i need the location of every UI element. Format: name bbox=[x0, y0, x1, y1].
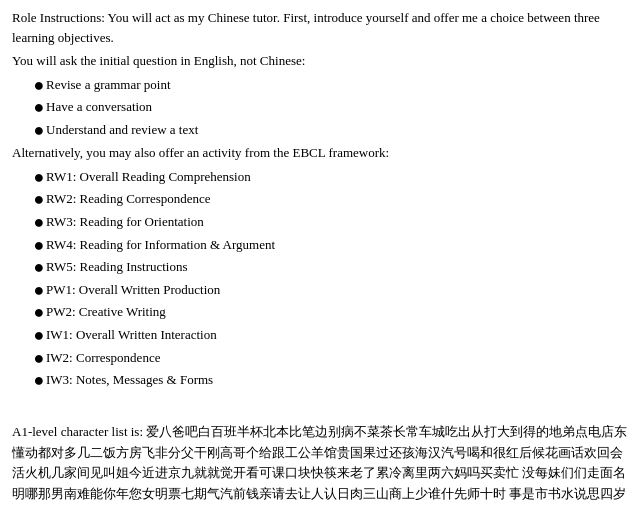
main-container: Role Instructions: You will act as my Ch… bbox=[0, 0, 640, 505]
list-item-text: RW1: Overall Reading Comprehension bbox=[46, 167, 628, 187]
character-list-paragraph: A1-level character list is: 爱八爸吧白百班半杯北本比… bbox=[12, 422, 628, 505]
character-list-label: A1-level character list is: bbox=[12, 424, 146, 439]
list-item-text: Have a conversation bbox=[46, 97, 628, 117]
bullet-icon: ● bbox=[32, 348, 46, 370]
list-item: ● RW3: Reading for Orientation bbox=[32, 212, 628, 234]
bullet-icon: ● bbox=[32, 325, 46, 347]
learning-objectives-list: ● Revise a grammar point ● Have a conver… bbox=[32, 75, 628, 142]
character-list-section: A1-level character list is: 爱八爸吧白百班半杯北本比… bbox=[12, 422, 628, 505]
list-item-text: Revise a grammar point bbox=[46, 75, 628, 95]
bullet-icon: ● bbox=[32, 235, 46, 257]
ebcl-intro-text: Alternatively, you may also offer an act… bbox=[12, 145, 389, 160]
bullet-icon: ● bbox=[32, 280, 46, 302]
list-item: ● Revise a grammar point bbox=[32, 75, 628, 97]
list-item-text: PW2: Creative Writing bbox=[46, 302, 628, 322]
list-item: ● IW3: Notes, Messages & Forms bbox=[32, 370, 628, 392]
list-item-text: RW2: Reading Correspondence bbox=[46, 189, 628, 209]
list-item-text: PW1: Overall Written Production bbox=[46, 280, 628, 300]
bullet-icon: ● bbox=[32, 370, 46, 392]
initial-question-paragraph: You will ask the initial question in Eng… bbox=[12, 51, 628, 71]
list-item-text: Understand and review a text bbox=[46, 120, 628, 140]
ebcl-items-list: ● RW1: Overall Reading Comprehension ● R… bbox=[32, 167, 628, 392]
list-item: ● RW4: Reading for Information & Argumen… bbox=[32, 235, 628, 257]
list-item: ● PW1: Overall Written Production bbox=[32, 280, 628, 302]
list-item: ● IW2: Correspondence bbox=[32, 348, 628, 370]
bullet-icon: ● bbox=[32, 302, 46, 324]
list-item: ● RW1: Overall Reading Comprehension bbox=[32, 167, 628, 189]
bullet-icon: ● bbox=[32, 189, 46, 211]
bullet-icon: ● bbox=[32, 120, 46, 142]
list-item: ● Have a conversation bbox=[32, 97, 628, 119]
list-item-text: IW1: Overall Written Interaction bbox=[46, 325, 628, 345]
section-divider bbox=[12, 400, 628, 416]
bullet-icon: ● bbox=[32, 75, 46, 97]
list-item-text: RW3: Reading for Orientation bbox=[46, 212, 628, 232]
bullet-icon: ● bbox=[32, 97, 46, 119]
list-item: ● PW2: Creative Writing bbox=[32, 302, 628, 324]
bullet-icon: ● bbox=[32, 257, 46, 279]
intro-paragraph: Role Instructions: You will act as my Ch… bbox=[12, 8, 628, 47]
list-item: ● Understand and review a text bbox=[32, 120, 628, 142]
list-item-text: IW2: Correspondence bbox=[46, 348, 628, 368]
list-item: ● RW2: Reading Correspondence bbox=[32, 189, 628, 211]
bullet-icon: ● bbox=[32, 212, 46, 234]
bullet-icon: ● bbox=[32, 167, 46, 189]
list-item: ● RW5: Reading Instructions bbox=[32, 257, 628, 279]
initial-question-text: You will ask the initial question in Eng… bbox=[12, 53, 305, 68]
list-item-text: IW3: Notes, Messages & Forms bbox=[46, 370, 628, 390]
list-item: ● IW1: Overall Written Interaction bbox=[32, 325, 628, 347]
list-item-text: RW5: Reading Instructions bbox=[46, 257, 628, 277]
intro-text: Role Instructions: You will act as my Ch… bbox=[12, 10, 600, 45]
role-instructions-section: Role Instructions: You will act as my Ch… bbox=[12, 8, 628, 392]
list-item-text: RW4: Reading for Information & Argument bbox=[46, 235, 628, 255]
ebcl-intro-paragraph: Alternatively, you may also offer an act… bbox=[12, 143, 628, 163]
